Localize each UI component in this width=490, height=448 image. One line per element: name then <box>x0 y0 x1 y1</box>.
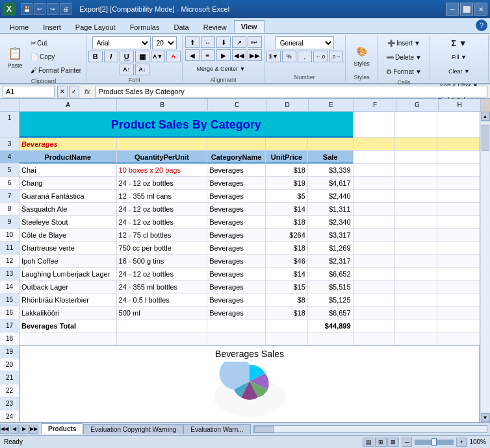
cell-e15[interactable]: $5,125 <box>308 293 354 306</box>
font-color-button[interactable]: A <box>166 51 181 62</box>
cell-h8[interactable] <box>437 203 480 216</box>
cell-g13[interactable] <box>395 268 437 280</box>
minimize-btn[interactable]: ─ <box>446 3 459 16</box>
cell-d8[interactable]: $14 <box>266 203 308 216</box>
cell-h1[interactable] <box>437 112 480 138</box>
cell-d13[interactable]: $14 <box>266 268 308 280</box>
cell-c14[interactable]: Beverages <box>207 280 266 293</box>
sheet-tab-eval-warn[interactable]: Evaluation Warn... <box>183 424 250 434</box>
merge-center-btn[interactable]: Merge & Center ▼ <box>194 62 253 75</box>
cut-button[interactable]: ✂Cut <box>28 36 84 49</box>
cell-b16[interactable]: 500 ml <box>117 306 208 319</box>
percent-btn[interactable]: % <box>282 51 296 62</box>
cell-g18[interactable] <box>395 332 437 345</box>
close-btn[interactable]: ✕ <box>474 3 487 16</box>
cell-a14[interactable]: Outback Lager <box>19 280 117 293</box>
format-cells-btn[interactable]: ⚙Format ▼ <box>383 65 424 78</box>
cell-a9[interactable]: Steeleye Stout <box>19 216 117 229</box>
border-button[interactable]: ▦ <box>135 51 149 62</box>
insert-cells-btn[interactable]: ➕Insert ▼ <box>385 36 423 49</box>
cell-g1[interactable] <box>395 112 437 138</box>
zoom-thumb[interactable] <box>432 438 437 446</box>
cell-d12[interactable]: $46 <box>266 255 308 268</box>
h-scroll-thumb[interactable] <box>254 426 274 432</box>
decrease-font-btn[interactable]: A↓ <box>135 64 149 75</box>
cell-g11[interactable] <box>395 242 437 255</box>
tab-page-layout[interactable]: Page Layout <box>68 21 123 33</box>
sheet-tab-products[interactable]: Products <box>41 423 83 434</box>
col-header-b[interactable]: B <box>117 99 208 112</box>
col-header-h[interactable]: H <box>439 99 481 112</box>
window-controls[interactable]: ─ ⬜ ✕ <box>446 3 487 16</box>
cell-h9[interactable] <box>437 216 480 229</box>
cell-g3[interactable] <box>395 138 437 151</box>
tab-home[interactable]: Home <box>3 21 36 33</box>
confirm-formula-btn[interactable]: ✓ <box>69 86 79 97</box>
cell-b4[interactable]: QuantityPerUnit <box>117 151 208 164</box>
cell-b18[interactable] <box>117 332 208 345</box>
cell-e8[interactable]: $1,311 <box>308 203 354 216</box>
save-quick-btn[interactable]: 💾 <box>21 3 32 15</box>
tab-review[interactable]: Review <box>196 21 234 33</box>
cell-c17[interactable] <box>207 319 266 332</box>
cell-f11[interactable] <box>354 242 396 255</box>
cell-h10[interactable] <box>437 229 480 242</box>
cell-a13[interactable]: Laughing Lumberjack Lager <box>19 268 117 280</box>
paste-button[interactable]: 📋 Paste <box>3 40 27 73</box>
cell-g9[interactable] <box>395 216 437 229</box>
cell-d14[interactable]: $15 <box>266 280 308 293</box>
tab-last-btn[interactable]: ▶▶ <box>29 425 38 434</box>
cell-d3[interactable] <box>266 138 308 151</box>
scroll-thumb[interactable] <box>482 125 489 151</box>
align-center-btn[interactable]: ≡ <box>201 49 215 61</box>
cell-h18[interactable] <box>437 332 480 345</box>
cell-c11[interactable]: Beverages <box>207 242 266 255</box>
cell-b10[interactable]: 12 - 75 cl bottles <box>117 229 208 242</box>
cell-e3[interactable] <box>308 138 354 151</box>
restore-btn[interactable]: ⬜ <box>460 3 473 16</box>
cell-c6[interactable]: Beverages <box>207 177 266 190</box>
cell-h11[interactable] <box>437 242 480 255</box>
cell-f16[interactable] <box>354 306 396 319</box>
scroll-down-btn[interactable]: ▼ <box>481 413 490 422</box>
cell-g4[interactable] <box>395 151 437 164</box>
cell-f14[interactable] <box>354 280 396 293</box>
cell-c3[interactable] <box>207 138 266 151</box>
cell-e4[interactable]: Sale <box>308 151 354 164</box>
cell-b17[interactable] <box>117 319 208 332</box>
tab-data[interactable]: Data <box>166 21 196 33</box>
decrease-decimal-btn[interactable]: ←.0 <box>313 51 328 62</box>
tab-first-btn[interactable]: ◀◀ <box>0 425 9 434</box>
cell-d7[interactable]: $5 <box>266 190 308 203</box>
cell-c13[interactable]: Beverages <box>207 268 266 280</box>
cell-d15[interactable]: $8 <box>266 293 308 306</box>
normal-view-btn[interactable]: ▤ <box>363 438 374 447</box>
redo-quick-btn[interactable]: ↪ <box>47 3 58 15</box>
cell-c5[interactable]: Beverages <box>207 164 266 177</box>
cell-a11[interactable]: Chartreuse verte <box>19 242 117 255</box>
cell-g7[interactable] <box>395 190 437 203</box>
cell-b9[interactable]: 24 - 12 oz bottles <box>117 216 208 229</box>
cell-g8[interactable] <box>395 203 437 216</box>
cell-f3[interactable] <box>354 138 396 151</box>
vertical-scrollbar[interactable]: ▲ ▼ <box>480 112 490 422</box>
cell-a6[interactable]: Chang <box>19 177 117 190</box>
cell-h3[interactable] <box>437 138 480 151</box>
cell-c8[interactable]: Beverages <box>207 203 266 216</box>
tab-next-btn[interactable]: ▶ <box>19 425 29 434</box>
indent-increase-btn[interactable]: ▶▶ <box>248 49 262 61</box>
cell-d16[interactable]: $18 <box>266 306 308 319</box>
copy-button[interactable]: 📄Copy <box>28 50 84 63</box>
cell-b11[interactable]: 750 cc per bottle <box>117 242 208 255</box>
cell-f12[interactable] <box>354 255 396 268</box>
col-header-e[interactable]: E <box>309 99 354 112</box>
col-header-c[interactable]: C <box>208 99 266 112</box>
fill-btn[interactable]: Fill ▼ <box>449 51 469 64</box>
number-format-select[interactable]: GeneralNumberCurrency <box>276 36 334 49</box>
cell-a4[interactable]: ProductName <box>19 151 117 164</box>
cell-c7[interactable]: Beverages <box>207 190 266 203</box>
italic-button[interactable]: I <box>104 51 118 62</box>
scroll-up-btn[interactable]: ▲ <box>481 112 490 121</box>
cell-e5[interactable]: $3,339 <box>308 164 354 177</box>
cell-b3[interactable] <box>117 138 208 151</box>
